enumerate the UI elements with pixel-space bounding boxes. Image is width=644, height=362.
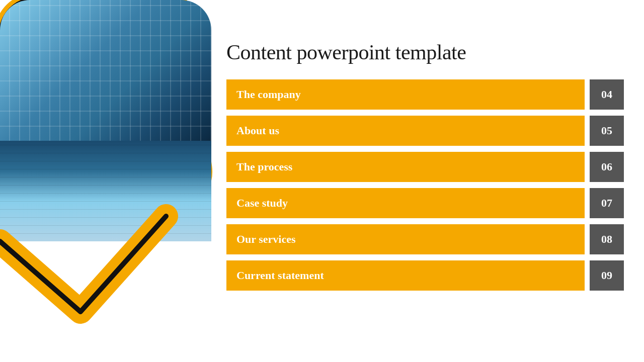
- menu-row: The process06: [226, 152, 624, 182]
- menu-item-number: 09: [590, 260, 624, 291]
- menu-row: Case study07: [226, 188, 624, 218]
- menu-row: Current statement09: [226, 260, 624, 291]
- menu-item-label[interactable]: Our services: [226, 224, 585, 254]
- menu-item-number: 07: [590, 188, 624, 218]
- menu-row: About us05: [226, 116, 624, 146]
- menu-list: The company04About us05The process06Case…: [226, 79, 624, 291]
- menu-item-label[interactable]: The company: [226, 79, 585, 110]
- slide: Content powerpoint template The company0…: [0, 0, 644, 362]
- menu-item-number: 08: [590, 224, 624, 254]
- content-area: Content powerpoint template The company0…: [226, 40, 624, 342]
- menu-row: Our services08: [226, 224, 624, 254]
- menu-item-label[interactable]: Case study: [226, 188, 585, 218]
- menu-item-label[interactable]: About us: [226, 116, 585, 146]
- page-title: Content powerpoint template: [226, 40, 624, 64]
- menu-item-label[interactable]: The process: [226, 152, 585, 182]
- menu-item-label[interactable]: Current statement: [226, 260, 585, 291]
- menu-item-number: 06: [590, 152, 624, 182]
- checkmark-decoration: [0, 201, 221, 342]
- menu-row: The company04: [226, 79, 624, 110]
- menu-item-number: 04: [590, 79, 624, 110]
- menu-item-number: 05: [590, 116, 624, 146]
- image-area: [0, 0, 221, 362]
